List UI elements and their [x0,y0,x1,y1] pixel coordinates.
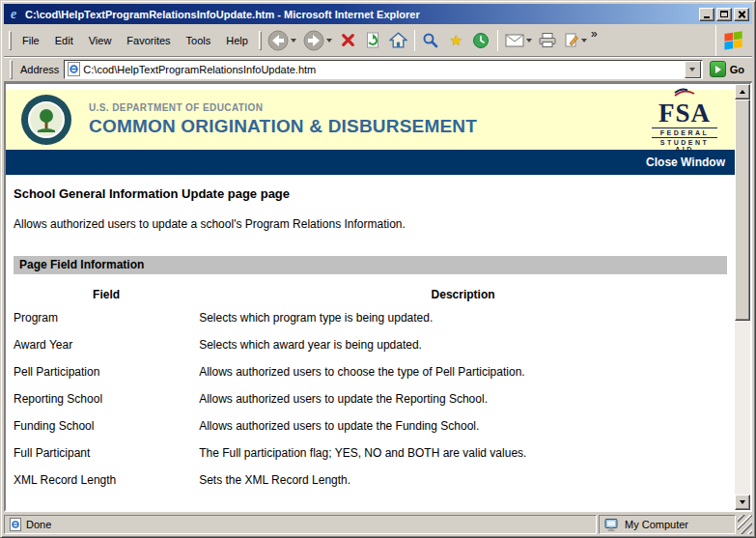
field-description: Allows authorized users to update the Re… [199,384,727,411]
fsa-acronym: FSA [652,100,717,127]
menu-item[interactable]: View [81,32,120,49]
search-icon [422,32,439,49]
menubar-grip[interactable] [9,31,12,50]
menu-item[interactable]: Help [218,32,256,49]
menu-item[interactable]: Favorites [119,32,178,49]
cod-header-banner: U.S. DEPARTMENT OF EDUCATION COMMON ORIG… [6,90,735,150]
windows-logo [715,25,750,56]
refresh-button[interactable] [361,27,385,54]
close-button[interactable] [734,8,749,21]
field-description: Allows authorized users to choose the ty… [199,357,727,384]
windows-flag-icon [721,28,746,53]
scroll-down-icon [740,500,745,504]
my-computer-icon [604,519,620,531]
dept-of-education-seal [21,95,71,145]
scroll-up-button[interactable] [735,84,750,99]
title-bar[interactable]: e C:\cod\HelpTextProgramRelationsInfoUpd… [4,4,752,24]
forward-dropdown-icon[interactable] [326,39,332,42]
address-dropdown-icon [689,68,695,71]
scrollbar-track[interactable] [735,99,750,495]
edit-dropdown-icon[interactable] [581,39,587,42]
banner-text: U.S. DEPARTMENT OF EDUCATION COMMON ORIG… [89,102,477,137]
field-table-body: Program Selects which program type is be… [14,303,727,493]
go-arrow-icon [715,66,721,73]
menu-bar: FileEditViewFavoritesToolsHelp [14,32,256,49]
toolbar: ★ » [265,24,715,56]
table-row: Full Participant The Full participation … [14,439,727,466]
favorites-button[interactable]: ★ [444,27,468,54]
page-nav-bar: Close Window [6,150,735,175]
fsa-federal-label: FEDERAL [652,127,717,136]
search-button[interactable] [419,27,443,54]
field-description: Selects which program type is being upda… [199,303,727,330]
menu-item[interactable]: File [14,32,47,49]
toolbar-grip[interactable] [259,31,262,50]
command-bar: FileEditViewFavoritesToolsHelp [4,24,752,57]
go-button[interactable]: Go [708,61,749,77]
table-row: Program Selects which program type is be… [14,303,727,330]
field-description: Selects which award year is being update… [199,330,727,357]
stop-icon [341,33,355,47]
field-name: XML Record Length [14,466,199,493]
table-header-row: Field Description [14,278,727,303]
home-icon [389,32,407,48]
mail-button[interactable] [502,27,535,54]
zone-text: My Computer [625,519,688,530]
resize-grip[interactable] [738,515,752,534]
close-icon [738,11,746,18]
minimize-button[interactable] [699,8,714,21]
description-column-header: Description [199,278,727,303]
maximize-button[interactable] [716,8,732,21]
page-title: School General Information Update page p… [14,186,727,201]
back-dropdown-icon[interactable] [291,39,296,42]
agency-name: U.S. DEPARTMENT OF EDUCATION [89,102,477,113]
table-row: Reporting School Allows authorized users… [14,384,727,411]
scroll-down-button[interactable] [735,495,750,510]
table-row: Pell Participation Allows authorized use… [14,357,727,384]
print-button[interactable] [536,27,560,54]
fsa-student-aid-label: STUDENT AID [652,137,717,153]
field-name: Program [14,303,199,330]
back-icon [267,30,289,51]
toolbar-overflow-chevron[interactable]: » [591,27,598,41]
window-title: C:\cod\HelpTextProgramRelationsInfoUpdat… [25,9,695,20]
section-header: Page Field Information [14,256,727,274]
forward-icon [303,30,324,51]
edit-icon [564,33,579,48]
address-input[interactable] [83,62,681,77]
back-button[interactable] [265,27,299,54]
edit-button[interactable] [561,27,590,54]
scrollbar-thumb[interactable] [735,99,750,321]
mail-dropdown-icon[interactable] [526,39,532,42]
stop-button[interactable] [336,27,360,54]
table-row: Funding School Allows authorized users t… [14,411,727,439]
home-button[interactable] [386,27,410,54]
address-field[interactable] [64,60,702,79]
field-description: The Full participation flag; YES, NO and… [199,439,727,466]
mail-icon [505,34,524,47]
maximize-icon [720,11,728,17]
history-button[interactable] [469,27,493,54]
status-text: Done [26,519,51,530]
close-window-link[interactable]: Close Window [646,156,725,169]
field-name: Reporting School [14,384,199,411]
page-icon [68,62,80,76]
address-dropdown-button[interactable] [685,61,701,78]
refresh-icon [364,32,381,48]
minimize-icon [704,16,710,18]
ie-logo-icon[interactable]: e [6,7,21,22]
field-name: Award Year [14,330,199,357]
menu-item[interactable]: Edit [47,32,81,49]
forward-button[interactable] [300,27,335,54]
go-label: Go [730,64,744,75]
document-icon [10,518,21,531]
vertical-scrollbar [735,84,750,510]
browser-window: e C:\cod\HelpTextProgramRelationsInfoUpd… [0,0,756,538]
address-label: Address [20,64,59,75]
fsa-flag-icon [673,87,696,98]
menu-item[interactable]: Tools [179,32,219,49]
scroll-up-icon [740,90,745,94]
page-content: U.S. DEPARTMENT OF EDUCATION COMMON ORIG… [6,84,735,510]
print-icon [539,32,556,48]
addressbar-grip[interactable] [10,60,13,79]
